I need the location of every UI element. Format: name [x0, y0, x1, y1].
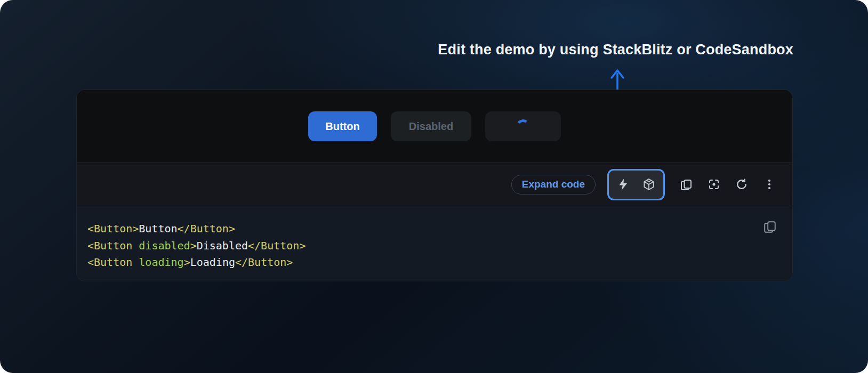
copy-snippet-icon[interactable] — [763, 220, 777, 233]
code-line: <Button loading>Loading</Button> — [87, 254, 792, 271]
codesandbox-icon[interactable] — [642, 178, 655, 191]
edit-online-icon-group — [607, 169, 665, 200]
demo-preview-area: Button Disabled — [77, 90, 792, 163]
copy-code-icon[interactable] — [680, 178, 693, 191]
expand-code-button[interactable]: Expand code — [511, 175, 596, 194]
code-line: <Button disabled>Disabled</Button> — [87, 238, 792, 255]
demo-card: Button Disabled Expand code — [76, 90, 793, 281]
demo-toolbar: Expand code — [77, 163, 792, 206]
demo-button-loading[interactable] — [485, 111, 561, 141]
loading-spinner-icon — [515, 118, 531, 134]
code-block: <Button>Button</Button><Button disabled>… — [77, 206, 792, 281]
isolate-demo-icon[interactable] — [708, 178, 720, 191]
refresh-demo-icon[interactable] — [735, 178, 748, 191]
stackblitz-icon[interactable] — [617, 178, 630, 191]
page-background: Edit the demo by using StackBlitz or Cod… — [0, 0, 868, 373]
code-line: <Button>Button</Button> — [87, 221, 792, 238]
annotation-text: Edit the demo by using StackBlitz or Cod… — [438, 42, 793, 58]
more-actions-icon[interactable] — [763, 178, 776, 191]
demo-button-primary[interactable]: Button — [308, 111, 377, 141]
code-lines: <Button>Button</Button><Button disabled>… — [77, 206, 792, 271]
demo-button-disabled[interactable]: Disabled — [391, 111, 471, 141]
